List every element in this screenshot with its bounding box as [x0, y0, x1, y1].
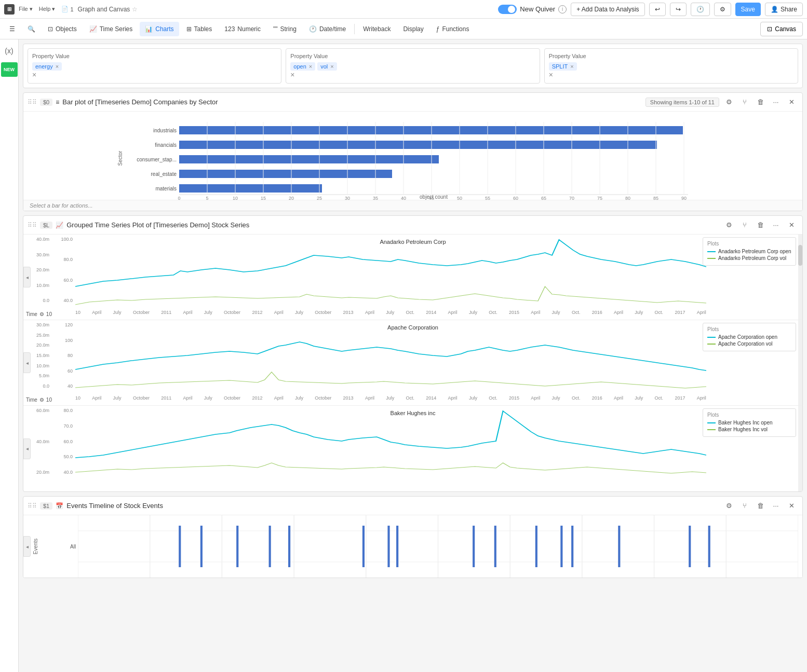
svg-text:35: 35: [373, 196, 378, 200]
ts-legend-label-1-2: Anadarko Petroleum Corp vol: [718, 255, 786, 261]
bar-realestate[interactable]: [179, 170, 392, 178]
events-chart-branch[interactable]: ⑂: [738, 499, 751, 513]
svg-rect-72: [618, 526, 620, 567]
property-row: Property Value energy × × Property Value…: [23, 44, 803, 88]
svg-text:10: 10: [233, 196, 238, 200]
collapse-btn-2[interactable]: ◂: [23, 352, 31, 373]
history-button[interactable]: 🕐: [691, 3, 710, 16]
y2-axis-mid2-3: 60.0: [52, 439, 73, 444]
ts-legend-label-2-2: Apache Corporation vol: [718, 341, 773, 347]
tag-vol-remove[interactable]: ×: [330, 63, 333, 70]
bar-materials[interactable]: [179, 184, 322, 193]
tag-container-2: open × vol ×: [290, 62, 535, 71]
bar-chart-close[interactable]: ✕: [785, 95, 798, 109]
drag-handle-events[interactable]: ⠿⠿: [28, 502, 37, 510]
tag-open[interactable]: open ×: [290, 62, 315, 71]
time-series-button[interactable]: 📈 Time Series: [84, 22, 138, 36]
ts-svg-2: [75, 320, 706, 391]
canvas-button[interactable]: ⊡ Canvas: [760, 22, 803, 36]
ts-chart-settings[interactable]: ⚙: [722, 218, 736, 232]
ts-panel-anadarko: ◂ Anadarko Petroleum Corp 40.0m 30.0m 20…: [23, 235, 802, 320]
tag-open-remove[interactable]: ×: [309, 63, 312, 70]
tag-split[interactable]: SPLIT ×: [549, 62, 577, 71]
bar-financials[interactable]: [179, 141, 657, 149]
settings-button[interactable]: ⚙: [714, 3, 731, 16]
functions-button[interactable]: ƒ Functions: [431, 22, 475, 36]
help-menu[interactable]: Help ▾: [39, 6, 56, 12]
sidebar-new-badge[interactable]: NEW: [1, 62, 18, 77]
y2-axis-top-3: 80.0: [52, 408, 73, 413]
svg-text:90: 90: [681, 196, 687, 200]
svg-text:Sector: Sector: [117, 150, 123, 166]
objects-button[interactable]: ⊡ Objects: [43, 22, 82, 36]
ts-legend-item-2-1: Apache Corporation open: [707, 334, 791, 340]
svg-text:materials: materials: [155, 186, 177, 191]
collapse-btn-1[interactable]: ◂: [23, 267, 31, 287]
file-menu[interactable]: File ▾: [19, 6, 33, 12]
y2-axis-bottom-3: 40.0: [52, 470, 73, 475]
display-button[interactable]: Display: [398, 22, 428, 36]
info-icon[interactable]: i: [558, 5, 567, 13]
bar-chart-more[interactable]: ···: [769, 95, 783, 109]
svg-rect-71: [571, 526, 573, 567]
events-chart-delete[interactable]: 🗑: [754, 499, 767, 513]
svg-rect-69: [535, 526, 537, 567]
charts-button[interactable]: 📊 Charts: [140, 22, 179, 36]
tag-vol-label: vol: [320, 63, 328, 70]
events-chart-close[interactable]: ✕: [785, 499, 798, 513]
events-chart-settings[interactable]: ⚙: [722, 499, 736, 513]
datetime-button[interactable]: 🕐 Date/time: [304, 22, 351, 36]
tag-open-label: open: [293, 63, 306, 70]
events-body: ◂ Events All: [23, 515, 802, 578]
y-axis-zero-2: 0.0: [31, 383, 49, 389]
app-icon: ⊞: [4, 4, 15, 15]
tag-energy[interactable]: energy ×: [32, 62, 62, 71]
ts-legend-line-2-2: [707, 344, 716, 345]
drag-handle-bar[interactable]: ⠿⠿: [28, 99, 37, 106]
ts-chart-delete[interactable]: 🗑: [754, 218, 767, 232]
bar-chart-branch[interactable]: ⑂: [738, 95, 751, 109]
ts-chart-title: Grouped Time Series Plot of [Timeseries …: [66, 221, 719, 229]
tag-split-remove[interactable]: ×: [570, 63, 573, 70]
collapse-btn-3[interactable]: ◂: [23, 438, 31, 459]
ts-chart-close[interactable]: ✕: [785, 218, 798, 232]
ts-legend-label-2-1: Apache Corporation open: [718, 334, 777, 340]
redo-button[interactable]: ↪: [670, 3, 687, 16]
y2-axis-mid3-2: 60: [52, 368, 73, 374]
sidebar-expression-icon[interactable]: (x): [2, 44, 17, 58]
string-button[interactable]: "" String: [268, 22, 302, 36]
numeric-button[interactable]: 123 Numeric: [219, 22, 266, 36]
clear-property-2[interactable]: ×: [290, 71, 294, 79]
toolbar-menu-button[interactable]: ☰: [4, 22, 20, 36]
ts-legend-line-3-1: [707, 422, 716, 423]
search-button[interactable]: 🔍: [22, 22, 41, 36]
ts-chart-more[interactable]: ···: [769, 218, 783, 232]
tables-button[interactable]: ⊞ Tables: [181, 22, 218, 36]
writeback-button[interactable]: Writeback: [358, 22, 396, 36]
events-chart-more[interactable]: ···: [769, 499, 783, 513]
clear-property-1[interactable]: ×: [32, 71, 36, 79]
ts-legend-3: Plots Baker Hughes Inc open Baker Hughes…: [703, 408, 796, 437]
ts-legend-title-3: Plots: [707, 412, 791, 418]
drag-handle-ts[interactable]: ⠿⠿: [28, 222, 37, 229]
new-quiver-toggle[interactable]: [498, 5, 517, 14]
share-button[interactable]: 👤 Share: [765, 3, 803, 16]
undo-button[interactable]: ↩: [649, 3, 666, 16]
bar-chart-delete[interactable]: 🗑: [754, 95, 767, 109]
tag-vol[interactable]: vol ×: [317, 62, 337, 71]
bar-chart-settings[interactable]: ⚙: [722, 95, 736, 109]
menu-bar: File ▾ Help ▾ 📄 1: [19, 6, 74, 12]
clear-property-3[interactable]: ×: [549, 71, 553, 79]
property-label-3: Property Value: [549, 53, 793, 59]
breadcrumb-text: Graph and Canvas: [78, 6, 130, 13]
bar-consumer[interactable]: [179, 155, 439, 163]
ts-chart-actions: ⚙ ⑂ 🗑 ··· ✕: [722, 218, 798, 232]
tag-energy-remove[interactable]: ×: [56, 63, 59, 70]
star-icon[interactable]: ☆: [132, 6, 138, 13]
svg-rect-67: [473, 526, 475, 567]
save-button[interactable]: Save: [735, 3, 761, 16]
svg-rect-73: [689, 526, 691, 567]
add-data-button[interactable]: + Add Data to Analysis: [571, 3, 644, 16]
collapse-btn-events[interactable]: ◂: [23, 536, 31, 557]
ts-chart-branch[interactable]: ⑂: [738, 218, 751, 232]
